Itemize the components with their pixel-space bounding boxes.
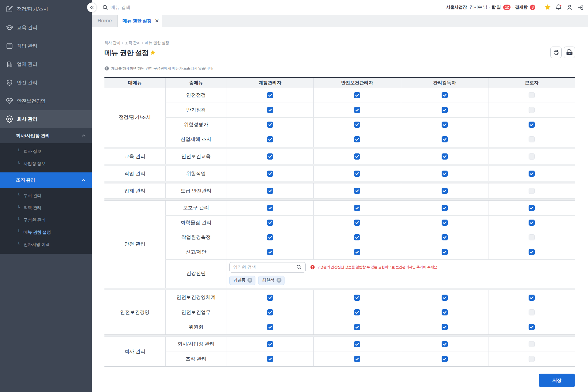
svg-text:xlsx: xlsx	[567, 52, 571, 55]
